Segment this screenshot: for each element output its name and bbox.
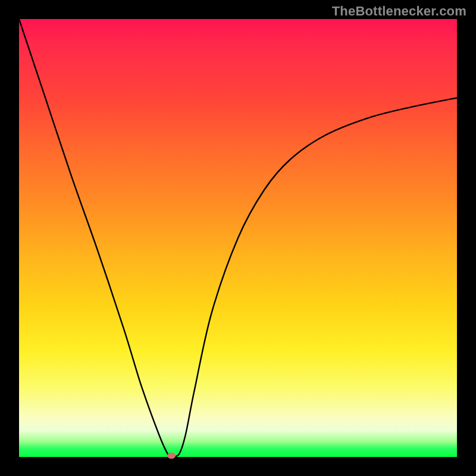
chart-frame: TheBottlenecker.com xyxy=(0,0,476,476)
bottleneck-curve xyxy=(19,19,457,456)
min-point-marker xyxy=(167,453,176,459)
attribution-text: TheBottlenecker.com xyxy=(332,4,466,19)
curve-layer xyxy=(19,19,457,457)
